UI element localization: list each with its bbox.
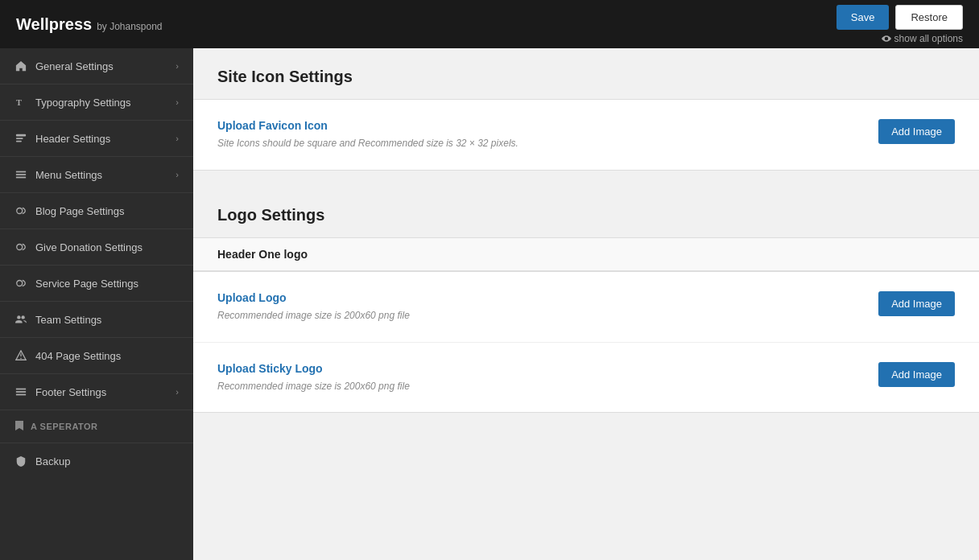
bookmark-icon (14, 420, 24, 433)
chevron-right-icon: › (176, 61, 179, 71)
blog-icon (14, 204, 27, 217)
upload-sticky-label: Upload Sticky Logo (217, 362, 878, 375)
warning-icon (14, 349, 27, 362)
sidebar-item-blog-page-settings[interactable]: Blog Page Settings (0, 193, 193, 229)
sidebar-item-menu-settings[interactable]: Menu Settings › (0, 157, 193, 193)
site-icon-section-title: Site Icon Settings (193, 48, 979, 99)
brand-subtitle: by Johanspond (97, 21, 162, 32)
svg-rect-3 (16, 141, 22, 142)
svg-rect-6 (16, 177, 26, 179)
typography-icon: T (14, 96, 27, 109)
sidebar-item-backup[interactable]: Backup (0, 443, 193, 479)
sidebar: General Settings › T Typography Settings… (0, 48, 193, 560)
separator-label: A SEPERATOR (31, 422, 98, 431)
sidebar-item-label: General Settings (35, 60, 114, 72)
upload-sticky-logo-row: Upload Sticky Logo Recommended image siz… (193, 343, 979, 413)
sidebar-item-header-settings[interactable]: Header Settings › (0, 121, 193, 157)
backup-label: Backup (35, 455, 70, 467)
home-icon (14, 60, 27, 72)
svg-point-10 (17, 315, 20, 319)
svg-point-8 (17, 245, 23, 250)
footer-icon (14, 385, 27, 398)
show-all-options-link[interactable]: show all options (882, 33, 963, 44)
topbar-actions: Save Restore show all options (836, 5, 963, 44)
header-icon (14, 132, 27, 145)
svg-rect-12 (16, 389, 26, 390)
sidebar-item-label: Header Settings (35, 133, 110, 145)
brand: Wellpress by Johanspond (16, 15, 163, 34)
restore-button[interactable]: Restore (895, 5, 963, 30)
add-logo-button[interactable]: Add Image (878, 291, 955, 316)
upload-sticky-hint: Recommended image size is 200x60 png fil… (217, 380, 878, 393)
site-icon-panel: Upload Favicon Icon Site Icons should be… (193, 99, 979, 171)
sidebar-item-label: 404 Page Settings (35, 350, 121, 362)
svg-rect-14 (16, 394, 26, 396)
topbar: Wellpress by Johanspond Save Restore sho… (0, 0, 979, 48)
upload-logo-label: Upload Logo (217, 291, 878, 304)
eye-icon (882, 34, 891, 43)
svg-rect-2 (16, 138, 23, 139)
upload-logo-row: Upload Logo Recommended image size is 20… (193, 272, 979, 343)
service-icon (14, 277, 27, 290)
logo-panel: Upload Logo Recommended image size is 20… (193, 271, 979, 414)
sidebar-item-give-donation-settings[interactable]: Give Donation Settings (0, 229, 193, 266)
add-sticky-logo-button[interactable]: Add Image (878, 362, 955, 387)
sidebar-item-label: Typography Settings (35, 97, 131, 109)
svg-rect-4 (16, 171, 26, 173)
svg-rect-5 (16, 174, 26, 175)
menu-icon (14, 168, 27, 181)
main-layout: General Settings › T Typography Settings… (0, 48, 979, 560)
team-icon (14, 313, 27, 326)
sidebar-item-team-settings[interactable]: Team Settings (0, 302, 193, 338)
sidebar-item-label: Service Page Settings (35, 278, 138, 290)
favicon-row: Upload Favicon Icon Site Icons should be… (193, 100, 979, 170)
sidebar-item-footer-settings[interactable]: Footer Settings › (0, 374, 193, 410)
sidebar-item-typography-settings[interactable]: T Typography Settings › (0, 84, 193, 121)
logo-section-title: Logo Settings (193, 187, 979, 237)
donation-icon (14, 241, 27, 253)
svg-rect-13 (16, 391, 26, 393)
save-button[interactable]: Save (836, 5, 890, 30)
sidebar-item-label: Footer Settings (35, 386, 106, 398)
sidebar-item-general-settings[interactable]: General Settings › (0, 48, 193, 84)
sidebar-item-service-page-settings[interactable]: Service Page Settings (0, 266, 193, 302)
chevron-right-icon: › (176, 134, 179, 143)
svg-point-9 (17, 281, 23, 286)
chevron-right-icon: › (176, 170, 179, 179)
shield-icon (14, 455, 27, 467)
svg-point-7 (17, 208, 23, 214)
sidebar-item-label: Blog Page Settings (35, 205, 125, 217)
sidebar-item-label: Give Donation Settings (35, 241, 143, 253)
chevron-right-icon: › (176, 387, 179, 397)
svg-point-11 (21, 315, 24, 319)
sidebar-item-label: Menu Settings (35, 169, 102, 181)
favicon-hint: Site Icons should be square and Recommen… (217, 137, 878, 150)
show-all-label: show all options (894, 33, 963, 44)
add-favicon-button[interactable]: Add Image (878, 119, 955, 144)
topbar-buttons: Save Restore (836, 5, 963, 30)
sidebar-item-404-page-settings[interactable]: 404 Page Settings (0, 338, 193, 374)
favicon-label: Upload Favicon Icon (217, 119, 878, 132)
header-one-logo-label: Header One logo (193, 237, 979, 271)
sidebar-separator: A SEPERATOR (0, 410, 193, 443)
svg-rect-1 (16, 134, 26, 137)
svg-text:T: T (16, 98, 22, 107)
brand-name: Wellpress (16, 15, 92, 34)
upload-logo-hint: Recommended image size is 200x60 png fil… (217, 309, 878, 323)
chevron-right-icon: › (176, 97, 179, 107)
sidebar-item-label: Team Settings (35, 314, 101, 326)
main-content: Site Icon Settings Upload Favicon Icon S… (193, 48, 979, 560)
